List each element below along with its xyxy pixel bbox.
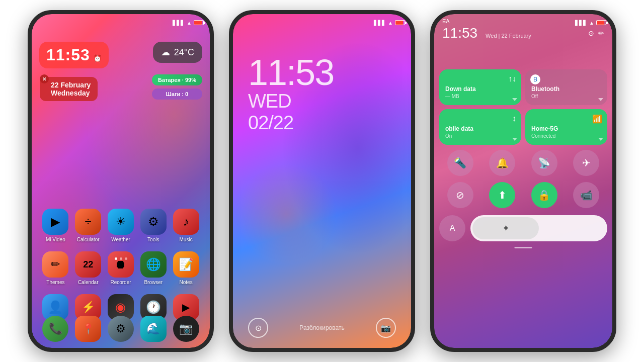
bluetooth-sub: Off bbox=[531, 94, 601, 99]
lock-hours: 11:53 bbox=[248, 54, 334, 90]
cc-circles: 🔦 🔔 📡 ✈ ⊘ ⬆ 🔒 📹 bbox=[439, 150, 607, 214]
cc-circle-row-2: ⊘ ⬆ 🔒 📹 bbox=[439, 182, 607, 208]
bluetooth-label: Bluetooth bbox=[531, 85, 601, 93]
bluetooth-icon: B bbox=[530, 74, 540, 84]
cc-location-button[interactable]: ⬆ bbox=[489, 182, 515, 208]
themes-label: Themes bbox=[46, 280, 64, 285]
app-calculator[interactable]: ÷ Calculator bbox=[74, 209, 102, 242]
cc-tile-mobile-data[interactable]: ↕ obile data On bbox=[439, 109, 521, 145]
alarm-icon: ⏰ bbox=[93, 54, 102, 62]
cc-row-2: ↕ obile data On 📶 Home-5G Connected bbox=[439, 109, 607, 145]
time-display: 11:53 bbox=[46, 46, 90, 64]
lock-circle-right[interactable]: 📷 bbox=[376, 318, 396, 338]
battery-tip-3 bbox=[606, 22, 608, 24]
brightness-fill: ✦ bbox=[472, 217, 539, 239]
dock-phone[interactable]: 📞 bbox=[42, 316, 68, 342]
cc-date: Wed | 22 February bbox=[486, 33, 531, 39]
status-bar-1: ▋▋▋ ▲ bbox=[32, 14, 210, 28]
music-icon: ♪ bbox=[173, 209, 199, 235]
dot-1 bbox=[115, 257, 117, 260]
calendar-icon: 22 bbox=[75, 251, 101, 278]
battery-fill-2 bbox=[395, 21, 403, 25]
mobile-data-sub: On bbox=[445, 133, 515, 139]
wifi-tile-label: Home-5G bbox=[531, 125, 601, 132]
close-button[interactable]: ✕ bbox=[40, 74, 49, 83]
wifi-icon-3: ▲ bbox=[589, 20, 594, 26]
cc-tile-wifi[interactable]: 📶 Home-5G Connected bbox=[525, 109, 607, 145]
app-notes[interactable]: 📝 Notes bbox=[172, 251, 200, 285]
cc-flashlight-button[interactable]: 🔦 bbox=[447, 150, 473, 176]
phone-2: ▋▋▋ ▲ 11:53 WED 02/22 ⊙ Разблокировать 📷 bbox=[229, 10, 415, 352]
cc-screenlock-button[interactable]: 🔒 bbox=[531, 182, 557, 208]
phone-2-screen: ▋▋▋ ▲ 11:53 WED 02/22 ⊙ Разблокировать 📷 bbox=[233, 14, 411, 348]
dock-camera[interactable]: 📷 bbox=[173, 316, 199, 342]
cc-tile-bluetooth[interactable]: B Bluetooth Off bbox=[525, 69, 607, 105]
lock-date: 02/22 bbox=[248, 112, 334, 134]
lock-bottom-bar: ⊙ Разблокировать 📷 bbox=[233, 318, 411, 338]
dock-settings[interactable]: ⚙ bbox=[108, 316, 134, 342]
signal-icon: ▋▋▋ bbox=[173, 20, 185, 26]
steps-bar: Шаги : 0 bbox=[152, 88, 202, 100]
recorder-label: Recorder bbox=[110, 280, 131, 285]
lock-time: 11:53 WED 02/22 bbox=[248, 54, 334, 134]
weather-app-icon: ☀ bbox=[108, 209, 134, 235]
battery-bar: Батарея · 99% bbox=[152, 74, 202, 85]
tools-label: Tools bbox=[147, 237, 159, 242]
cc-brightness-control: A ✦ bbox=[439, 215, 607, 241]
phone-3-background: ▋▋▋ ▲ EA 11:53 Wed | 22 February bbox=[434, 14, 612, 348]
status-icons-2: ▋▋▋ ▲ bbox=[374, 20, 405, 26]
status-icons-3: ▋▋▋ ▲ bbox=[575, 20, 606, 26]
wifi-tile-icon: 📶 bbox=[592, 114, 602, 124]
cc-bell-button[interactable]: 🔔 bbox=[489, 150, 515, 176]
app-tools[interactable]: ⚙ Tools bbox=[139, 209, 168, 242]
brightness-row: A ✦ bbox=[439, 215, 607, 241]
dock-finddevice[interactable]: 📍 bbox=[75, 316, 101, 342]
flashlight-header-icon[interactable]: ⊙ bbox=[588, 29, 594, 37]
unlock-text: Разблокировать bbox=[299, 324, 344, 331]
app-recorder[interactable]: ⏺ Recorder bbox=[107, 251, 135, 285]
app-themes[interactable]: ✏ Themes bbox=[41, 251, 69, 285]
bluetooth-arrow bbox=[598, 98, 603, 101]
battery-fill-3 bbox=[597, 21, 604, 25]
tools-icon: ⚙ bbox=[140, 209, 167, 235]
edit-header-icon[interactable]: ✏ bbox=[598, 29, 604, 37]
data-arrows-icon: ↑↓ bbox=[508, 74, 516, 83]
cc-airplane-button[interactable]: ✈ bbox=[573, 150, 599, 176]
signal-icon-2: ▋▋▋ bbox=[374, 20, 386, 26]
app-row-1: ▶ Mi Video ÷ Calculator ☀ Weather ⚙ Tool… bbox=[39, 209, 202, 242]
app-grid-row1: ▶ Mi Video ÷ Calculator ☀ Weather ⚙ Tool… bbox=[32, 209, 210, 252]
browser-label: Browser bbox=[144, 280, 163, 285]
app-weather[interactable]: ☀ Weather bbox=[107, 209, 135, 242]
dot-2 bbox=[120, 257, 122, 260]
battery-indicator-3 bbox=[596, 20, 606, 25]
cc-video-button[interactable]: 📹 bbox=[573, 182, 599, 208]
app-calendar[interactable]: 22 Calendar bbox=[74, 251, 102, 285]
app-row-2: ✏ Themes 22 Calendar ⏺ Recorder 🌐 bbox=[39, 251, 202, 285]
app-music[interactable]: ♪ Music bbox=[172, 209, 200, 242]
battery-tip-2 bbox=[405, 22, 407, 24]
mobile-data-icon: ↕ bbox=[512, 114, 516, 123]
cc-cast-button[interactable]: 📡 bbox=[531, 150, 557, 176]
app-mivideo[interactable]: ▶ Mi Video bbox=[41, 209, 69, 242]
auto-brightness-label: A bbox=[450, 224, 455, 233]
battery-indicator-2 bbox=[395, 20, 405, 25]
status-bar-3: ▋▋▋ ▲ bbox=[434, 14, 612, 28]
brightness-slider[interactable]: ✦ bbox=[470, 215, 607, 241]
cc-dnd-button[interactable]: ⊘ bbox=[447, 182, 473, 208]
lock-circle-left[interactable]: ⊙ bbox=[248, 318, 268, 338]
cc-circle-row-1: 🔦 🔔 📡 ✈ bbox=[439, 150, 607, 176]
battery-tip bbox=[204, 22, 205, 24]
dock-browser[interactable]: 🌊 bbox=[140, 316, 167, 342]
phone-1-screen: ▋▋▋ ▲ 11:53 ⏰ ☁ 24°C ✕ bbox=[32, 14, 210, 348]
weather-label: Weather bbox=[111, 237, 130, 242]
weather-widget[interactable]: ☁ 24°C bbox=[153, 42, 202, 63]
dock: 📞 📍 ⚙ 🌊 📷 bbox=[32, 316, 210, 342]
date-line1: 22 February bbox=[51, 81, 91, 89]
cc-header-icons: ⊙ ✏ bbox=[588, 29, 604, 37]
cc-tile-data[interactable]: ↑↓ Down data — MB bbox=[439, 69, 521, 105]
app-browser[interactable]: 🌐 Browser bbox=[139, 251, 168, 285]
lock-day: WED bbox=[248, 90, 334, 112]
time-widget[interactable]: 11:53 ⏰ bbox=[39, 42, 109, 68]
temperature-display: 24°C bbox=[174, 47, 194, 58]
auto-brightness-button[interactable]: A bbox=[439, 215, 465, 241]
